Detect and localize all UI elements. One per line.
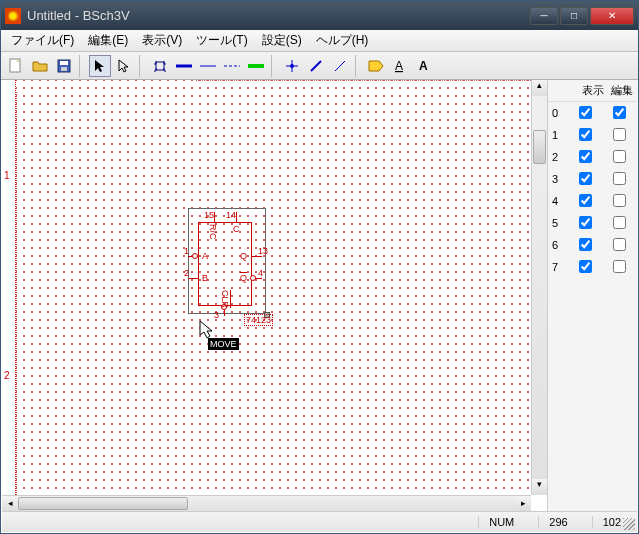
label-q: Q	[240, 251, 247, 261]
titlebar[interactable]: Untitled - BSch3V ─ □ ✕	[1, 1, 638, 30]
layer-header: 表示 編集	[548, 80, 637, 102]
scroll-up-button[interactable]: ▴	[532, 80, 547, 96]
layer-edit-checkbox-4[interactable]	[613, 194, 626, 207]
entry2-tool[interactable]	[329, 55, 351, 77]
svg-rect-2	[60, 61, 68, 65]
menu-edit[interactable]: 編集(E)	[82, 30, 134, 51]
layer-show-checkbox-2[interactable]	[579, 150, 592, 163]
layer-show-checkbox-6[interactable]	[579, 238, 592, 251]
layer-num: 0	[552, 107, 568, 119]
ruler-row-1: 1	[4, 170, 10, 181]
statusbar: NUM 296 102	[2, 511, 637, 532]
vertical-scrollbar[interactable]: ▴ ▾	[531, 80, 547, 495]
layer-row-1: 1	[548, 124, 637, 146]
layer-row-2: 2	[548, 146, 637, 168]
layer-show-checkbox-5[interactable]	[579, 216, 592, 229]
schematic-canvas[interactable]: 15 R/C 14 C 1 A 2 B 13 Q	[16, 80, 531, 495]
pin-label-13: 13	[258, 246, 268, 256]
menu-help[interactable]: ヘルプ(H)	[310, 30, 375, 51]
pin-label-15: 15	[204, 210, 214, 220]
vscroll-thumb[interactable]	[533, 130, 546, 164]
selected-component[interactable]: 15 R/C 14 C 1 A 2 B 13 Q	[184, 218, 280, 336]
status-x: 296	[538, 516, 577, 528]
separator	[139, 55, 145, 77]
pin-label-4: 4	[258, 268, 263, 278]
window-title: Untitled - BSch3V	[27, 8, 530, 23]
part-number[interactable]: 74123	[244, 314, 273, 326]
layer-edit-checkbox-5[interactable]	[613, 216, 626, 229]
menu-tool[interactable]: ツール(T)	[190, 30, 253, 51]
layer-row-4: 4	[548, 190, 637, 212]
window-controls: ─ □ ✕	[530, 7, 634, 25]
layer-row-7: 7	[548, 256, 637, 278]
pin-15	[214, 212, 215, 222]
scroll-down-button[interactable]: ▾	[532, 479, 547, 495]
scroll-left-button[interactable]: ◂	[2, 496, 18, 511]
layer-show-checkbox-7[interactable]	[579, 260, 592, 273]
dash-tool[interactable]	[221, 55, 243, 77]
wire-tool[interactable]	[197, 55, 219, 77]
label-a: A	[202, 251, 208, 261]
ruler-left: 1 2	[2, 80, 16, 495]
svg-text:A: A	[419, 59, 428, 73]
menubar: ファイル(F) 編集(E) 表示(V) ツール(T) 設定(S) ヘルプ(H)	[1, 30, 638, 52]
pin-13	[252, 256, 262, 257]
layer-show-checkbox-0[interactable]	[579, 106, 592, 119]
label-b: B	[202, 273, 208, 283]
pin-bubble	[250, 275, 256, 281]
minimize-button[interactable]: ─	[530, 7, 558, 25]
toolbar: A A	[1, 52, 638, 80]
maximize-button[interactable]: □	[560, 7, 588, 25]
label-clr: CLR	[220, 290, 230, 308]
separator	[355, 55, 361, 77]
junction-tool[interactable]	[281, 55, 303, 77]
menu-file[interactable]: ファイル(F)	[5, 30, 80, 51]
svg-rect-7	[248, 64, 264, 68]
entry-tool[interactable]	[305, 55, 327, 77]
layer-panel: 表示 編集 01234567	[547, 80, 637, 511]
layer-row-5: 5	[548, 212, 637, 234]
layer-edit-checkbox-2[interactable]	[613, 150, 626, 163]
layer-num: 6	[552, 239, 568, 251]
layer-show-checkbox-4[interactable]	[579, 194, 592, 207]
close-button[interactable]: ✕	[590, 7, 634, 25]
svg-point-10	[290, 64, 294, 68]
menu-view[interactable]: 表示(V)	[136, 30, 188, 51]
open-button[interactable]	[29, 55, 51, 77]
pin-label-14: 14	[226, 210, 236, 220]
status-num: NUM	[478, 516, 524, 528]
layer-row-0: 0	[548, 102, 637, 124]
app-window: Untitled - BSch3V ─ □ ✕ ファイル(F) 編集(E) 表示…	[0, 0, 639, 534]
label-tool[interactable]: A	[389, 55, 411, 77]
resize-grip[interactable]	[623, 518, 635, 530]
header-edit: 編集	[607, 83, 637, 98]
pin-label-3: 3	[214, 310, 219, 320]
label-qn: Q	[240, 273, 247, 283]
layer-row-6: 6	[548, 234, 637, 256]
layer-edit-checkbox-1[interactable]	[613, 128, 626, 141]
bus-tool[interactable]	[173, 55, 195, 77]
layer-show-checkbox-1[interactable]	[579, 128, 592, 141]
layer-edit-checkbox-6[interactable]	[613, 238, 626, 251]
grid-line	[196, 80, 531, 81]
save-button[interactable]	[53, 55, 75, 77]
layer-edit-checkbox-0[interactable]	[613, 106, 626, 119]
text-tool[interactable]: A	[413, 55, 435, 77]
select-tool[interactable]	[89, 55, 111, 77]
layer-edit-checkbox-3[interactable]	[613, 172, 626, 185]
tag-tool[interactable]	[365, 55, 387, 77]
layer-show-checkbox-3[interactable]	[579, 172, 592, 185]
scroll-right-button[interactable]: ▸	[515, 496, 531, 511]
menu-settings[interactable]: 設定(S)	[256, 30, 308, 51]
pin-label-2: 2	[184, 268, 189, 278]
marker-tool[interactable]	[245, 55, 267, 77]
layer-edit-checkbox-7[interactable]	[613, 260, 626, 273]
label-c: C	[233, 224, 240, 234]
layer-num: 7	[552, 261, 568, 273]
drag-tool[interactable]	[113, 55, 135, 77]
hscroll-thumb[interactable]	[18, 497, 188, 510]
new-button[interactable]	[5, 55, 27, 77]
horizontal-scrollbar[interactable]: ◂ ▸	[2, 495, 531, 511]
separator	[79, 55, 85, 77]
component-tool[interactable]	[149, 55, 171, 77]
